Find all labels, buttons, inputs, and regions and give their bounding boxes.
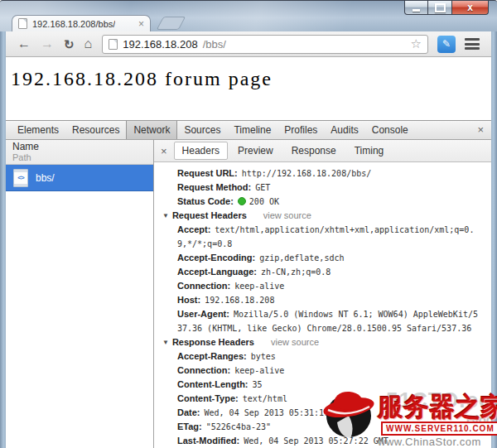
address-bar[interactable]: 192.168.18.208/bbs/ ☆ (102, 35, 428, 54)
request-detail-pane: × Headers Preview Response Timing Reques… (154, 140, 491, 448)
header-name: Request URL: (177, 168, 238, 178)
devtools-tab-elements[interactable]: Elements (11, 121, 65, 139)
detail-tabs: Headers Preview Response Timing (172, 142, 393, 160)
extension-button[interactable]: ✎ (437, 36, 456, 53)
devtools-toolbar: Elements Resources Network Sources Timel… (6, 121, 491, 140)
header-value: Wed, 04 Sep 2013 05:31:17 GMT (205, 408, 350, 417)
header-value: 200 OK (249, 197, 279, 206)
devtools-tabs: Elements Resources Network Sources Timel… (11, 121, 415, 139)
page-heading: 192.168.18.208 forum page (6, 57, 491, 90)
minimize-button[interactable] (404, 1, 428, 15)
view-source-link[interactable]: view source (271, 337, 319, 347)
header-sections: ▼Request Headersview source Accept:text/… (154, 208, 481, 448)
header-value: zh-CN,zh;q=0.8 (261, 267, 331, 277)
header-name: Accept-Encoding: (177, 253, 255, 263)
column-name: Name (12, 142, 153, 152)
tab-close-icon[interactable]: × (138, 20, 144, 28)
detail-tabbar: × Headers Preview Response Timing (154, 140, 491, 162)
devtools-tab-resources[interactable]: Resources (65, 121, 126, 139)
window-controls: x (404, 1, 489, 15)
menu-icon[interactable] (465, 38, 480, 50)
devtools-tab-audits[interactable]: Audits (324, 121, 364, 139)
header-line: Connection:keep-alive (154, 363, 481, 377)
back-icon[interactable]: ← (17, 37, 31, 51)
column-path: Path (12, 152, 153, 162)
section-header[interactable]: ▼Response Headersview source (154, 335, 481, 349)
header-value: text/html (243, 394, 287, 403)
home-icon[interactable]: ⌂ (84, 37, 93, 51)
devtools-close-icon[interactable]: × (470, 121, 491, 139)
status-dot-icon (238, 197, 246, 205)
section-items: Accept-Ranges:bytes Connection:keep-aliv… (154, 349, 481, 448)
close-icon: x (467, 2, 473, 12)
header-name: Content-Length: (177, 379, 248, 389)
page-content: 192.168.18.208 forum page (6, 57, 491, 120)
detail-tab-preview[interactable]: Preview (229, 142, 282, 160)
devtools-tab-profiles[interactable]: Profiles (277, 121, 324, 139)
header-line: Accept-Encoding:gzip,deflate,sdch (154, 250, 481, 264)
header-name: Accept-Ranges: (177, 351, 247, 361)
disclosure-triangle-icon: ▼ (162, 339, 169, 346)
devtools-panel: Elements Resources Network Sources Timel… (6, 120, 491, 448)
maximize-icon (435, 3, 446, 12)
minimize-icon (413, 9, 420, 12)
forward-icon[interactable]: → (41, 37, 54, 51)
header-line: User-Agent:Mozilla/5.0 (Windows NT 6.1; … (154, 306, 481, 335)
header-name: Host: (177, 295, 200, 305)
request-summary: Request URL:http://192.168.18.208/bbs/ R… (154, 166, 481, 208)
headers-content: Request URL:http://192.168.18.208/bbs/ R… (154, 162, 491, 448)
header-value: GET (255, 183, 270, 192)
header-line: Content-Type:text/html (154, 391, 481, 405)
detail-tab-headers[interactable]: Headers (174, 142, 228, 160)
header-value: keep-alive (234, 366, 284, 375)
devtools-tab-console[interactable]: Console (365, 121, 415, 139)
page-favicon-icon (18, 18, 27, 29)
headers-section: ▼Request Headersview source Accept:text/… (154, 208, 481, 335)
new-tab-button[interactable] (157, 17, 186, 30)
section-title: Request Headers (172, 210, 247, 220)
header-line: Accept-Language:zh-CN,zh;q=0.8 (154, 264, 481, 278)
browser-toolbar: ← → ↻ ⌂ 192.168.18.208/bbs/ ☆ ✎ (6, 31, 491, 57)
devtools-tab-timeline[interactable]: Timeline (227, 121, 277, 139)
section-header[interactable]: ▼Request Headersview source (154, 208, 481, 222)
section-items: Accept:text/html,application/xhtml+xml,a… (154, 222, 481, 335)
view-source-link[interactable]: view source (263, 210, 311, 220)
header-line: Content-Length:35 (154, 377, 481, 391)
browser-tab[interactable]: 192.168.18.208/bbs/ × (12, 15, 151, 31)
header-line: Connection:keep-alive (154, 278, 481, 292)
header-name: Accept-Language: (177, 267, 257, 277)
header-value: gzip,deflate,sdch (259, 253, 344, 263)
header-value: http://192.168.18.208/bbs/ (242, 169, 372, 178)
reload-icon[interactable]: ↻ (64, 38, 75, 51)
requests-list-header[interactable]: Name Path (6, 140, 153, 165)
tab-title: 192.168.18.208/bbs/ (32, 19, 115, 29)
header-name: Accept: (177, 224, 210, 234)
header-value: 35 (253, 380, 263, 389)
network-panel: Name Path <> bbs/ × Headers Preview Resp… (6, 140, 491, 448)
header-name: Date: (177, 407, 200, 417)
header-line: Last-Modified:Wed, 04 Sep 2013 05:27:22 … (154, 433, 481, 447)
network-request-row[interactable]: <> bbs/ (6, 165, 153, 191)
section-title: Response Headers (172, 337, 254, 347)
detail-tab-timing[interactable]: Timing (346, 142, 393, 160)
title-bar: x 192.168.18.208/bbs/ × (0, 0, 497, 31)
document-icon: <> (13, 169, 28, 187)
header-name: Connection: (177, 281, 230, 291)
close-button[interactable]: x (451, 1, 489, 15)
header-name: Last-Modified: (177, 436, 239, 446)
header-name: Request Method: (177, 182, 251, 192)
window-frame-right (491, 31, 497, 448)
header-line: Status Code:200 OK (154, 194, 481, 208)
maximize-button[interactable] (428, 1, 451, 15)
devtools-tab-network[interactable]: Network (126, 121, 177, 139)
header-value: keep-alive (234, 282, 284, 291)
header-name: ETag: (177, 422, 202, 431)
detail-close-icon[interactable]: × (156, 145, 172, 157)
header-value: Wed, 04 Sep 2013 05:27:22 GMT (244, 436, 388, 446)
header-line: Accept:text/html,application/xhtml+xml,a… (154, 222, 481, 250)
browser-window: { "colors": { "selection_blue": "#3c7dd9… (0, 0, 497, 448)
bookmark-star-icon[interactable]: ☆ (411, 36, 422, 51)
headers-section: ▼Response Headersview source Accept-Rang… (154, 335, 481, 448)
devtools-tab-sources[interactable]: Sources (177, 121, 227, 139)
detail-tab-response[interactable]: Response (283, 142, 345, 160)
